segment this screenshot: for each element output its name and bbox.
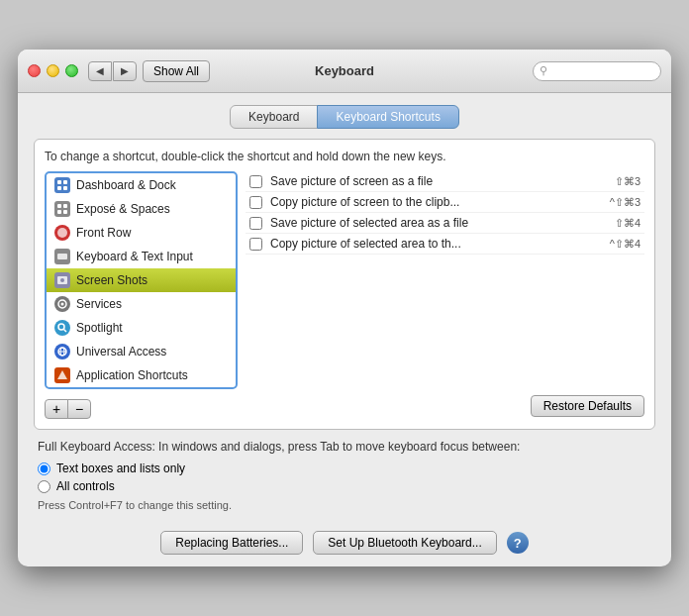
shortcut-row-0: Save picture of screen as a file ⇧⌘3 <box>246 171 644 192</box>
svg-line-15 <box>64 330 67 333</box>
svg-rect-4 <box>57 204 61 208</box>
sidebar-item-screenshots[interactable]: Screen Shots <box>47 268 236 292</box>
close-button[interactable] <box>28 64 41 77</box>
titlebar: ◀ ▶ Show All Keyboard ⚲ <box>18 50 671 93</box>
svg-point-13 <box>61 303 64 306</box>
radio-text-boxes-input[interactable] <box>38 462 50 475</box>
sidebar: Dashboard & Dock Exposé & Spaces Front R… <box>45 171 238 389</box>
sidebar-item-dashboard[interactable]: Dashboard & Dock <box>47 173 236 197</box>
shortcut-row-3: Copy picture of selected area to th... ^… <box>246 234 644 255</box>
maximize-button[interactable] <box>65 64 78 77</box>
remove-shortcut-button[interactable]: − <box>67 399 91 419</box>
tabs-row: Keyboard Keyboard Shortcuts <box>34 105 655 129</box>
hint-text: To change a shortcut, double-click the s… <box>45 150 644 163</box>
shortcut-label-3: Copy picture of selected area to th... <box>270 237 602 251</box>
bluetooth-keyboard-button[interactable]: Set Up Bluetooth Keyboard... <box>313 531 496 555</box>
bottom-section: Full Keyboard Access: In windows and dia… <box>34 440 655 511</box>
sidebar-label-universal: Universal Access <box>76 345 166 359</box>
sidebar-label-services: Services <box>76 297 122 311</box>
spotlight-icon <box>54 320 70 336</box>
sidebar-item-services[interactable]: Services <box>47 292 236 316</box>
sidebar-label-expose: Exposé & Spaces <box>76 202 170 216</box>
shortcut-label-1: Copy picture of screen to the clipb... <box>270 195 602 209</box>
sidebar-label-keyboard: Keyboard & Text Input <box>76 250 193 263</box>
radio-all-controls-label: All controls <box>56 479 115 493</box>
sidebar-item-spotlight[interactable]: Spotlight <box>47 316 236 340</box>
svg-point-11 <box>60 278 64 282</box>
tab-shortcuts[interactable]: Keyboard Shortcuts <box>317 105 458 129</box>
shortcut-label-2: Save picture of selected area as a file <box>270 216 607 230</box>
svg-rect-3 <box>63 186 67 190</box>
svg-rect-6 <box>57 210 61 214</box>
radio-all-controls[interactable]: All controls <box>38 479 651 493</box>
restore-defaults-button[interactable]: Restore Defaults <box>531 395 644 417</box>
universal-icon <box>54 344 70 359</box>
radio-text-boxes[interactable]: Text boxes and lists only <box>38 462 651 475</box>
radio-all-controls-input[interactable] <box>38 480 50 493</box>
sidebar-item-universal[interactable]: Universal Access <box>47 340 236 363</box>
footer: Replacing Batteries... Set Up Bluetooth … <box>18 523 671 566</box>
nav-buttons: ◀ ▶ <box>88 61 137 81</box>
shortcut-keys-3: ^⇧⌘4 <box>610 238 640 251</box>
svg-marker-19 <box>57 370 67 379</box>
show-all-button[interactable]: Show All <box>143 60 210 82</box>
minimize-button[interactable] <box>47 64 59 77</box>
screenshots-icon <box>54 272 70 288</box>
shortcut-label-0: Save picture of screen as a file <box>270 174 607 188</box>
svg-rect-5 <box>63 204 67 208</box>
window-title: Keyboard <box>315 63 374 78</box>
split-layout: Dashboard & Dock Exposé & Spaces Front R… <box>45 171 644 389</box>
app-shortcuts-icon <box>54 367 70 383</box>
svg-point-14 <box>58 324 64 330</box>
frontrow-icon <box>54 225 70 241</box>
services-icon <box>54 296 70 312</box>
svg-rect-0 <box>57 180 61 184</box>
sidebar-label-dashboard: Dashboard & Dock <box>76 178 176 192</box>
dashboard-icon <box>54 177 70 193</box>
actions-row: + − Restore Defaults <box>45 393 644 419</box>
control-hint-text: Press Control+F7 to change this setting. <box>38 499 651 511</box>
shortcut-checkbox-1[interactable] <box>249 196 262 209</box>
sidebar-item-app[interactable]: Application Shortcuts <box>47 363 236 387</box>
sidebar-item-expose[interactable]: Exposé & Spaces <box>47 197 236 221</box>
sidebar-label-screenshots: Screen Shots <box>76 273 148 287</box>
inner-panel: To change a shortcut, double-click the s… <box>34 139 655 430</box>
search-icon: ⚲ <box>540 64 547 77</box>
radio-group: Text boxes and lists only All controls <box>38 462 651 493</box>
sidebar-item-keyboard[interactable]: Keyboard & Text Input <box>47 245 236 268</box>
shortcut-row-1: Copy picture of screen to the clipb... ^… <box>246 192 644 213</box>
shortcut-checkbox-0[interactable] <box>249 175 262 188</box>
search-box: ⚲ <box>533 61 661 81</box>
svg-rect-2 <box>57 186 61 190</box>
replacing-batteries-button[interactable]: Replacing Batteries... <box>160 531 303 555</box>
traffic-lights <box>28 64 78 77</box>
shortcut-keys-0: ⇧⌘3 <box>615 175 640 188</box>
shortcut-checkbox-3[interactable] <box>249 238 262 251</box>
sidebar-label-app: Application Shortcuts <box>76 368 188 382</box>
shortcut-row-2: Save picture of selected area as a file … <box>246 213 644 234</box>
sidebar-label-frontrow: Front Row <box>76 226 131 240</box>
search-input[interactable] <box>550 64 654 78</box>
sidebar-item-frontrow[interactable]: Front Row <box>47 221 236 245</box>
content-area: Keyboard Keyboard Shortcuts To change a … <box>18 93 671 523</box>
expose-icon <box>54 201 70 217</box>
svg-point-8 <box>57 228 67 238</box>
add-shortcut-button[interactable]: + <box>45 399 68 419</box>
back-button[interactable]: ◀ <box>88 61 112 81</box>
tab-keyboard[interactable]: Keyboard <box>230 105 318 129</box>
add-remove-buttons: + − <box>45 399 91 419</box>
shortcut-keys-2: ⇧⌘4 <box>615 217 640 230</box>
svg-rect-7 <box>63 210 67 214</box>
sidebar-label-spotlight: Spotlight <box>76 321 123 335</box>
main-window: ◀ ▶ Show All Keyboard ⚲ Keyboard Keyboar… <box>18 50 671 566</box>
keyboard-icon <box>54 249 70 264</box>
access-text: Full Keyboard Access: In windows and dia… <box>38 440 651 454</box>
forward-button[interactable]: ▶ <box>113 61 137 81</box>
shortcut-keys-1: ^⇧⌘3 <box>610 196 640 209</box>
shortcut-checkbox-2[interactable] <box>249 217 262 230</box>
svg-rect-1 <box>63 180 67 184</box>
shortcuts-panel: Save picture of screen as a file ⇧⌘3 Cop… <box>246 171 644 389</box>
radio-text-boxes-label: Text boxes and lists only <box>56 462 185 475</box>
svg-rect-9 <box>57 254 67 259</box>
help-button[interactable]: ? <box>507 532 529 554</box>
